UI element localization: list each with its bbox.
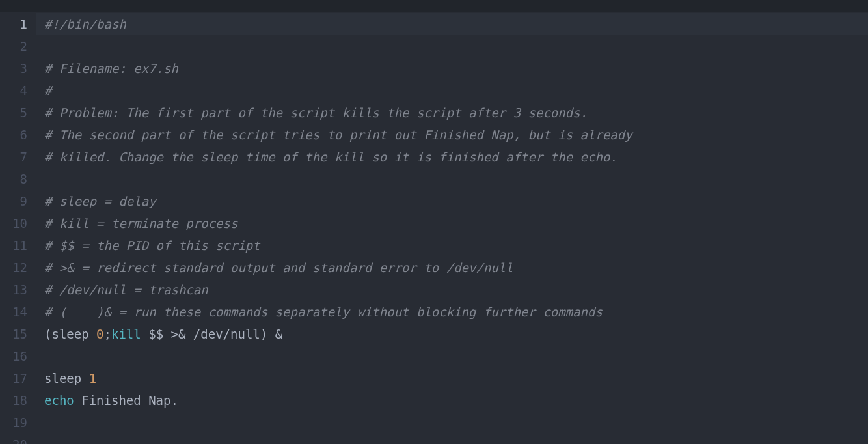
code-area[interactable]: #!/bin/bash # Filename: ex7.sh## Problem…: [36, 0, 868, 444]
line-number: 5: [0, 102, 27, 124]
code-line[interactable]: [36, 168, 868, 190]
line-number: 13: [0, 279, 27, 301]
line-number: 7: [0, 146, 27, 168]
code-line[interactable]: (sleep 0;kill $$ >& /dev/null) &: [36, 323, 868, 345]
token-comment: #!/bin/bash: [44, 17, 126, 31]
token-plain: >&: [171, 327, 186, 341]
line-number: 8: [0, 168, 27, 190]
line-number: 19: [0, 411, 27, 434]
line-number: 6: [0, 124, 27, 146]
token-comment: # ( )& = run these commands separately w…: [44, 305, 603, 319]
code-line[interactable]: #!/bin/bash: [36, 13, 868, 35]
token-comment: #: [44, 83, 51, 98]
code-line[interactable]: # $$ = the PID of this script: [36, 234, 868, 257]
code-line[interactable]: [36, 345, 868, 367]
line-number: 18: [0, 389, 27, 411]
token-number: 0: [96, 327, 103, 341]
line-number: 15: [0, 323, 27, 345]
line-number: 2: [0, 35, 27, 57]
code-line[interactable]: [36, 411, 868, 434]
token-comment: # The second part of the script tries to…: [44, 128, 632, 142]
token-comment: # Filename: ex7.sh: [44, 61, 178, 76]
code-line[interactable]: # Filename: ex7.sh: [36, 57, 868, 79]
code-line[interactable]: # ( )& = run these commands separately w…: [36, 301, 868, 323]
line-number: 1: [0, 13, 27, 35]
token-plain: sleep: [44, 371, 89, 385]
code-line[interactable]: # The second part of the script tries to…: [36, 124, 868, 146]
code-line[interactable]: # kill = terminate process: [36, 212, 868, 234]
code-line[interactable]: # >& = redirect standard output and stan…: [36, 257, 868, 279]
line-number: 9: [0, 190, 27, 212]
token-plain: Finished Nap.: [74, 393, 178, 408]
token-plain: ;: [104, 327, 111, 341]
line-number: 16: [0, 345, 27, 367]
editor-top-bar: [0, 0, 868, 12]
code-line[interactable]: echo Finished Nap.: [36, 389, 868, 411]
token-builtin: kill: [111, 327, 141, 341]
line-number: 14: [0, 301, 27, 323]
token-builtin: echo: [44, 393, 74, 408]
line-number: 4: [0, 79, 27, 102]
token-number: 1: [89, 371, 96, 385]
code-line[interactable]: # Problem: The first part of the script …: [36, 102, 868, 124]
code-line[interactable]: # killed. Change the sleep time of the k…: [36, 146, 868, 168]
code-line[interactable]: # sleep = delay: [36, 190, 868, 212]
line-number: 12: [0, 257, 27, 279]
token-comment: # sleep = delay: [44, 194, 156, 208]
line-number-gutter: 1234567891011121314151617181920: [0, 0, 36, 444]
token-comment: # $$ = the PID of this script: [44, 238, 260, 253]
line-number: 11: [0, 234, 27, 257]
line-number: 10: [0, 212, 27, 234]
token-comment: # /dev/null = trashcan: [44, 283, 208, 297]
token-plain: &: [275, 327, 282, 341]
token-plain: $$: [141, 327, 171, 341]
code-line[interactable]: # /dev/null = trashcan: [36, 279, 868, 301]
line-number: 3: [0, 57, 27, 79]
code-line[interactable]: [36, 35, 868, 57]
token-plain: /dev/null): [185, 327, 275, 341]
code-line[interactable]: sleep 1: [36, 367, 868, 389]
code-line[interactable]: [36, 434, 868, 444]
token-comment: # killed. Change the sleep time of the k…: [44, 150, 617, 164]
line-number: 17: [0, 367, 27, 389]
token-comment: # Problem: The first part of the script …: [44, 105, 588, 120]
token-plain: (sleep: [44, 327, 96, 341]
code-line[interactable]: #: [36, 79, 868, 102]
code-editor[interactable]: 1234567891011121314151617181920 #!/bin/b…: [0, 0, 868, 444]
token-comment: # >& = redirect standard output and stan…: [44, 260, 513, 275]
token-comment: # kill = terminate process: [44, 216, 237, 230]
line-number: 20: [0, 434, 27, 444]
